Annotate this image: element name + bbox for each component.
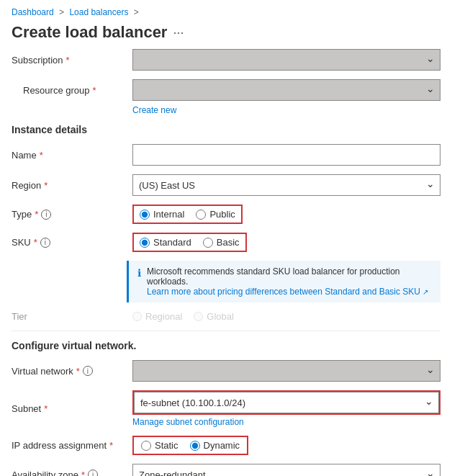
resource-group-select[interactable]	[132, 79, 440, 101]
region-select[interactable]: (US) East US	[132, 174, 440, 196]
subscription-select[interactable]	[132, 49, 440, 71]
info-box-text: Microsoft recommends standard SKU load b…	[147, 266, 400, 287]
ip-required: *	[109, 440, 113, 451]
ip-assignment-control: Static Dynamic	[132, 436, 440, 455]
create-new-link[interactable]: Create new	[132, 105, 440, 115]
breadcrumb-load-balancers[interactable]: Load balancers	[69, 7, 128, 17]
region-row: Region * (US) East US	[12, 174, 440, 196]
breadcrumb-dashboard[interactable]: Dashboard	[12, 7, 54, 17]
tier-global-label: Global	[207, 311, 234, 322]
type-internal-label: Internal	[153, 209, 184, 220]
name-label: Name *	[12, 150, 127, 161]
section-separator	[12, 331, 440, 331]
availability-zone-control: Zone-redundant	[132, 464, 440, 476]
availability-zone-select[interactable]: Zone-redundant	[132, 464, 440, 476]
breadcrumb-sep-1: >	[57, 7, 67, 17]
ip-dynamic-option[interactable]: Dynamic	[190, 440, 240, 451]
info-box-link[interactable]: Learn more about pricing differences bet…	[147, 287, 428, 297]
sku-basic-label: Basic	[217, 237, 240, 248]
tier-label: Tier	[12, 311, 127, 322]
subnet-select-wrapper: fe-subnet (10.100.1.0/24)	[134, 392, 439, 413]
availability-zone-select-wrapper: Zone-redundant	[132, 464, 440, 476]
az-required: *	[81, 470, 85, 477]
ip-static-radio[interactable]	[141, 441, 151, 451]
subnet-row: Subnet * fe-subnet (10.100.1.0/24) Manag…	[12, 390, 440, 427]
virtual-network-row: Virtual network * i	[12, 360, 440, 382]
info-box-icon: ℹ	[137, 267, 141, 297]
subscription-select-wrapper	[132, 49, 440, 71]
sku-info-icon[interactable]: i	[40, 238, 50, 248]
tier-regional-radio	[132, 312, 142, 321]
type-internal-option[interactable]: Internal	[140, 209, 184, 220]
manage-subnet-link[interactable]: Manage subnet configuration	[132, 417, 440, 427]
ip-assignment-row: IP address assignment * Static Dynamic	[12, 436, 440, 455]
info-box-content: Microsoft recommends standard SKU load b…	[147, 266, 432, 297]
type-required: *	[35, 209, 38, 220]
subscription-required: *	[66, 55, 70, 66]
sku-required: *	[34, 237, 37, 248]
ip-dynamic-label: Dynamic	[204, 440, 240, 451]
virtual-network-select-wrapper	[132, 360, 440, 382]
type-public-option[interactable]: Public	[196, 209, 235, 220]
availability-zone-row: Availability zone * i Zone-redundant	[12, 464, 440, 476]
sku-standard-label: Standard	[153, 237, 191, 248]
subnet-label: Subnet *	[12, 403, 127, 414]
region-control: (US) East US	[132, 174, 440, 196]
sku-basic-option[interactable]: Basic	[203, 237, 240, 248]
ip-dynamic-radio[interactable]	[190, 441, 200, 451]
availability-zone-label: Availability zone * i	[12, 470, 127, 477]
tier-control: Regional Global	[132, 311, 440, 322]
subnet-select[interactable]: fe-subnet (10.100.1.0/24)	[134, 392, 439, 413]
resource-group-required: *	[93, 85, 96, 96]
region-required: *	[44, 180, 48, 191]
type-label: Type * i	[12, 209, 127, 220]
name-input[interactable]	[132, 144, 440, 166]
region-label: Region *	[12, 180, 127, 191]
virtual-network-select[interactable]	[132, 360, 440, 382]
vnet-info-icon[interactable]: i	[83, 366, 93, 376]
resource-group-label: Resource group *	[12, 85, 127, 96]
instance-details-title: Instance details	[12, 124, 440, 135]
page-header: Create load balancer ···	[0, 20, 452, 49]
configure-vnet-title: Configure virtual network.	[12, 340, 440, 351]
sku-standard-radio[interactable]	[140, 238, 150, 248]
info-box: ℹ Microsoft recommends standard SKU load…	[127, 261, 440, 302]
resource-group-row: Resource group *	[12, 79, 440, 101]
page-title: Create load balancer	[12, 23, 167, 42]
form-container: Subscription * Resource group * Create n…	[0, 49, 452, 476]
name-row: Name *	[12, 144, 440, 166]
ip-static-option[interactable]: Static	[141, 440, 178, 451]
sku-standard-option[interactable]: Standard	[140, 237, 191, 248]
type-internal-radio[interactable]	[140, 210, 150, 220]
breadcrumb: Dashboard > Load balancers >	[0, 0, 452, 20]
type-info-icon[interactable]: i	[41, 210, 51, 220]
breadcrumb-sep-2: >	[131, 7, 141, 17]
virtual-network-label: Virtual network * i	[12, 366, 127, 377]
type-public-radio[interactable]	[196, 210, 206, 220]
tier-radio-group: Regional Global	[132, 311, 440, 322]
ip-assignment-radio-group: Static Dynamic	[132, 436, 248, 455]
name-required: *	[40, 150, 43, 161]
type-public-label: Public	[209, 209, 235, 220]
sku-row: SKU * i Standard Basic	[12, 233, 440, 252]
tier-global-radio	[194, 312, 203, 321]
resource-group-select-wrapper	[132, 79, 440, 101]
sku-basic-radio[interactable]	[203, 238, 213, 248]
resource-group-control	[132, 79, 440, 101]
tier-regional-label: Regional	[145, 311, 182, 322]
virtual-network-control	[132, 360, 440, 382]
name-control	[132, 144, 440, 166]
type-control: Internal Public	[132, 205, 440, 224]
type-radio-group: Internal Public	[132, 205, 243, 224]
az-info-icon[interactable]: i	[88, 470, 98, 476]
sku-label: SKU * i	[12, 237, 127, 248]
ip-static-label: Static	[155, 440, 178, 451]
tier-regional-option: Regional	[132, 311, 182, 322]
sku-radio-group: Standard Basic	[132, 233, 247, 252]
more-options-icon[interactable]: ···	[173, 25, 184, 40]
vnet-required: *	[76, 366, 80, 377]
subnet-control: fe-subnet (10.100.1.0/24) Manage subnet …	[132, 390, 440, 427]
subscription-control	[132, 49, 440, 71]
subscription-label: Subscription *	[12, 55, 127, 66]
subnet-highlight-box: fe-subnet (10.100.1.0/24)	[132, 390, 440, 415]
